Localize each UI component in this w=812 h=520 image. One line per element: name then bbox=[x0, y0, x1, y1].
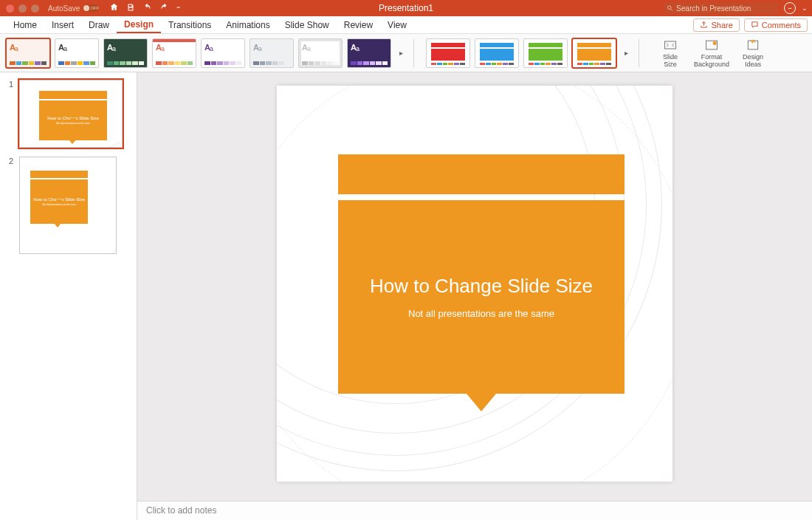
svg-point-0 bbox=[668, 6, 672, 10]
design-ideas-button[interactable]: Design Ideas bbox=[735, 38, 771, 69]
slide-size-button[interactable]: Slide Size bbox=[653, 38, 688, 69]
autosave-toggle[interactable]: AutoSave OFF bbox=[48, 4, 99, 13]
slide-subtitle[interactable]: Not all presentations are the same bbox=[408, 308, 554, 319]
quick-access-toolbar: ⁼ bbox=[109, 2, 180, 14]
tab-insert[interactable]: Insert bbox=[44, 16, 81, 33]
theme-option-6[interactable]: Aa bbox=[298, 38, 343, 68]
slide-number: 2 bbox=[9, 157, 15, 254]
title-bar: AutoSave OFF ⁼ Presentation1 ⌄ bbox=[0, 0, 812, 16]
redo-icon[interactable] bbox=[159, 3, 169, 14]
slide-title[interactable]: How to Change Slide Size bbox=[370, 275, 593, 298]
slide-canvas[interactable]: How to Change Slide Size Not all present… bbox=[277, 86, 672, 482]
theme-option-0[interactable]: Aa bbox=[6, 38, 50, 68]
save-icon[interactable] bbox=[126, 3, 135, 14]
format-background-button[interactable]: Format Background bbox=[694, 38, 729, 69]
tab-animations[interactable]: Animations bbox=[219, 16, 277, 33]
format-background-icon bbox=[703, 38, 720, 52]
customize-group: Slide Size Format Background Design Idea… bbox=[653, 38, 771, 69]
slide-canvas-area[interactable]: How to Change Slide Size Not all present… bbox=[137, 72, 812, 520]
autosave-switch[interactable]: OFF bbox=[83, 4, 99, 12]
feedback-icon[interactable] bbox=[784, 2, 796, 14]
ribbon-tabs: Home Insert Draw Design Transitions Anim… bbox=[0, 16, 812, 34]
ribbon-design-panel: AaAaAaAaAaAaAaAa ▸ ▸ Slide Size Format B… bbox=[0, 34, 812, 72]
close-window-button[interactable] bbox=[6, 4, 14, 13]
zoom-window-button[interactable] bbox=[31, 4, 39, 13]
comments-button[interactable]: Comments bbox=[744, 18, 808, 32]
callout-body: How to Change Slide Size Not all present… bbox=[338, 200, 625, 394]
variant-option-1[interactable] bbox=[475, 38, 519, 68]
tab-transitions[interactable]: Transitions bbox=[161, 16, 219, 33]
slide-thumbnail-1[interactable]: How to Change Slide SizeNot all presenta… bbox=[19, 80, 123, 148]
themes-gallery: AaAaAaAaAaAaAaAa bbox=[6, 38, 391, 68]
slide-thumbnail-panel[interactable]: 1How to Change Slide SizeNot all present… bbox=[0, 72, 137, 520]
tab-home[interactable]: Home bbox=[6, 16, 44, 33]
autosave-label: AutoSave bbox=[48, 4, 80, 13]
home-icon[interactable] bbox=[109, 2, 119, 14]
search-input[interactable] bbox=[676, 4, 775, 13]
qat-customize-icon[interactable]: ⁼ bbox=[176, 4, 180, 13]
theme-option-7[interactable]: Aa bbox=[347, 38, 391, 68]
svg-line-1 bbox=[671, 9, 672, 10]
slide-number: 1 bbox=[9, 80, 15, 148]
design-ideas-icon bbox=[745, 38, 761, 52]
tab-view[interactable]: View bbox=[380, 16, 414, 33]
theme-option-2[interactable]: Aa bbox=[103, 38, 148, 68]
undo-icon[interactable] bbox=[142, 3, 152, 14]
search-box[interactable] bbox=[664, 2, 778, 14]
svg-point-4 bbox=[713, 41, 717, 45]
variant-option-0[interactable] bbox=[426, 38, 470, 68]
theme-option-3[interactable]: Aa bbox=[152, 38, 196, 68]
notes-pane[interactable]: Click to add notes bbox=[137, 501, 812, 520]
theme-option-1[interactable]: Aa bbox=[55, 38, 99, 68]
document-title: Presentation1 bbox=[379, 3, 433, 13]
tab-slideshow[interactable]: Slide Show bbox=[278, 16, 337, 33]
divider bbox=[413, 39, 414, 67]
workspace: 1How to Change Slide SizeNot all present… bbox=[0, 72, 812, 520]
share-icon bbox=[700, 21, 708, 29]
share-button[interactable]: Share bbox=[693, 18, 739, 32]
title-callout-shape[interactable]: How to Change Slide Size Not all present… bbox=[338, 154, 625, 406]
themes-more-button[interactable]: ▸ bbox=[397, 38, 405, 68]
variants-more-button[interactable]: ▸ bbox=[622, 38, 630, 68]
svg-rect-2 bbox=[665, 41, 676, 49]
tab-review[interactable]: Review bbox=[337, 16, 380, 33]
window-controls bbox=[0, 4, 39, 13]
comment-icon bbox=[751, 21, 759, 29]
variants-gallery bbox=[426, 38, 616, 68]
slide-size-icon bbox=[662, 38, 678, 52]
variant-option-2[interactable] bbox=[523, 38, 568, 68]
minimize-window-button[interactable] bbox=[18, 4, 27, 13]
search-icon bbox=[667, 4, 673, 12]
tab-design[interactable]: Design bbox=[117, 16, 161, 33]
theme-option-4[interactable]: Aa bbox=[201, 38, 245, 68]
slide-thumbnail-2[interactable]: How to Change Slide SizeNot all presenta… bbox=[19, 157, 117, 254]
callout-header-bar bbox=[338, 154, 625, 194]
variant-option-3[interactable] bbox=[572, 38, 616, 68]
divider bbox=[639, 39, 639, 67]
theme-option-5[interactable]: Aa bbox=[250, 38, 294, 68]
chevron-down-icon[interactable]: ⌄ bbox=[802, 4, 808, 12]
tab-draw[interactable]: Draw bbox=[81, 16, 117, 33]
